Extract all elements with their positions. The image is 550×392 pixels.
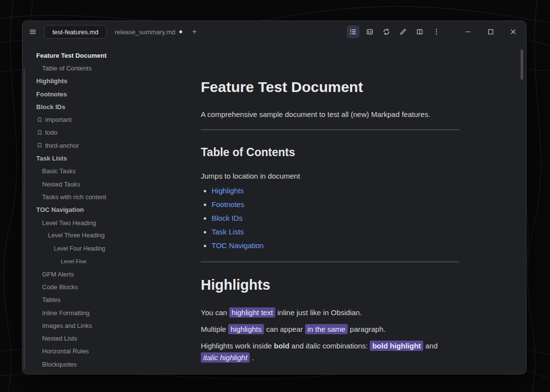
outline-item-label: Nested Tasks xyxy=(42,181,80,188)
outline-item-label: Code Blocks xyxy=(42,283,78,291)
outline-item-label: Images and Links xyxy=(42,322,92,329)
bookmark-icon xyxy=(37,130,43,136)
maximize-button[interactable] xyxy=(483,25,499,39)
outline-item[interactable]: Basic Tasks xyxy=(35,165,184,178)
toc-link[interactable]: TOC Navigation xyxy=(212,241,263,250)
editor-pane[interactable]: Feature Test Document A comprehensive sa… xyxy=(184,43,526,374)
outline-item[interactable]: Tables xyxy=(35,294,184,306)
outline-item-label: Tasks with rich content xyxy=(42,193,106,201)
outline-item[interactable]: Blockquotes xyxy=(35,358,184,370)
horizontal-rule xyxy=(201,261,459,262)
outline-item[interactable]: Tasks with rich content xyxy=(35,190,184,203)
minimize-button[interactable] xyxy=(460,25,476,39)
sidebar-scrollbar[interactable] xyxy=(24,69,25,369)
toc-link[interactable]: Footnotes xyxy=(212,200,244,208)
text-span: italic xyxy=(306,342,320,350)
outline-item-label: Level Five xyxy=(61,258,86,264)
outline-item[interactable]: third-anchor xyxy=(35,139,184,152)
outline-item-label: Level Two Heading xyxy=(42,219,96,227)
outline-item-label: GFM Alerts xyxy=(42,271,74,278)
outline-item[interactable]: Level Five xyxy=(35,255,184,268)
outline-item[interactable]: Code Blocks xyxy=(35,280,184,293)
paragraph: You can highlight text inline just like … xyxy=(201,307,459,319)
outline-item[interactable]: Highlights xyxy=(35,75,184,88)
outline-item[interactable]: Level Three Heading xyxy=(35,229,184,242)
highlights-heading: Highlights xyxy=(201,277,459,293)
document: Feature Test Document A comprehensive sa… xyxy=(184,43,459,364)
paragraph: Multiple highlights can appear in the sa… xyxy=(201,323,459,335)
reader-book-icon[interactable] xyxy=(413,25,426,38)
text-span: paragraph. xyxy=(348,325,385,333)
outline-sidebar: Feature Test DocumentTable of ContentsHi… xyxy=(23,43,184,374)
app-window: test-features.md release_summary.md + xyxy=(22,21,526,374)
outline-item[interactable]: important xyxy=(35,113,184,126)
outline-item-label: Inline Formatting xyxy=(42,309,90,317)
text-span: . xyxy=(250,353,254,362)
highlight-span: bold highlight xyxy=(370,341,423,351)
text-span: and xyxy=(423,342,437,350)
outline-item[interactable]: todo xyxy=(35,126,184,139)
sync-icon[interactable] xyxy=(380,25,393,38)
editor-scrollbar[interactable] xyxy=(521,49,523,80)
outline-item[interactable]: Inline Formatting xyxy=(35,306,184,319)
toolbar xyxy=(347,25,443,38)
toc-list-item: Highlights xyxy=(212,186,459,196)
toc-heading: Table of Contents xyxy=(201,146,459,159)
outline-item-label: Block IDs xyxy=(36,103,65,111)
toc-list-item: Footnotes xyxy=(212,200,459,209)
text-span: and xyxy=(289,342,306,350)
bookmark-icon xyxy=(37,117,43,123)
window-controls xyxy=(454,25,521,39)
toc-list-item: Task Lists xyxy=(212,227,459,237)
outline-item[interactable]: GFM Alerts xyxy=(35,268,184,280)
outline-item[interactable]: Table of Contents xyxy=(35,62,184,74)
text-span: Multiple xyxy=(201,325,228,333)
outline-item[interactable]: Feature Test Document xyxy=(35,49,184,62)
outline-item-label: Tables xyxy=(42,296,61,303)
outline-panel-icon[interactable] xyxy=(347,25,359,38)
desktop: { "colors": { "window_bg": "#1f2023", "h… xyxy=(0,0,550,392)
outline-item-label: Footnotes xyxy=(36,91,67,98)
tab-active[interactable]: test-features.md xyxy=(44,25,107,39)
outline-item[interactable]: Task Lists xyxy=(35,152,184,164)
outline-item-label: third-anchor xyxy=(45,142,79,149)
outline-item[interactable]: Block IDs xyxy=(35,100,184,113)
bookmark-icon xyxy=(37,142,43,148)
toc-list-item: Block IDs xyxy=(212,213,459,223)
more-menu-icon[interactable] xyxy=(430,25,443,38)
intro-paragraph: A comprehensive sample document to test … xyxy=(201,110,459,118)
close-button[interactable] xyxy=(505,25,521,39)
toc-link[interactable]: Block IDs xyxy=(212,214,242,222)
outline-item[interactable]: Images and Links xyxy=(35,319,184,332)
outline-list: Feature Test DocumentTable of ContentsHi… xyxy=(35,49,184,370)
outline-item[interactable]: Nested Lists xyxy=(35,332,184,345)
outline-item[interactable]: TOC Navigation xyxy=(35,204,184,216)
edit-pen-icon[interactable] xyxy=(397,25,409,38)
toc-list-item: TOC Navigation xyxy=(212,241,459,251)
highlight-span: highlights xyxy=(228,324,264,334)
text-span: can appear xyxy=(264,325,305,333)
toc-link[interactable]: Task Lists xyxy=(212,228,244,236)
code-block-icon[interactable] xyxy=(363,25,376,38)
tab-inactive[interactable]: release_summary.md xyxy=(107,25,187,39)
highlight-span: italic highlight xyxy=(201,352,250,363)
unsaved-dot xyxy=(179,30,182,33)
outline-item[interactable]: Level Two Heading xyxy=(35,216,184,229)
titlebar: test-features.md release_summary.md + xyxy=(23,21,526,43)
outline-item-label: important xyxy=(45,116,72,123)
outline-item-label: Nested Lists xyxy=(42,335,77,342)
menu-hamburger-icon[interactable] xyxy=(26,25,39,38)
tab-label: release_summary.md xyxy=(115,28,175,36)
outline-item-label: Blockquotes xyxy=(42,361,77,368)
text-span: bold xyxy=(274,342,289,350)
outline-item-label: Highlights xyxy=(36,77,68,85)
outline-item[interactable]: Level Four Heading xyxy=(35,242,184,254)
outline-item-label: Table of Contents xyxy=(42,65,92,72)
outline-item[interactable]: Nested Tasks xyxy=(35,178,184,190)
outline-item[interactable]: Footnotes xyxy=(35,88,184,100)
toc-link[interactable]: Highlights xyxy=(212,186,244,195)
tab-label: test-features.md xyxy=(52,28,98,36)
outline-item[interactable]: Horizontal Rules xyxy=(35,345,184,358)
text-span: combinations: xyxy=(320,342,370,350)
new-tab-button[interactable]: + xyxy=(188,25,201,38)
